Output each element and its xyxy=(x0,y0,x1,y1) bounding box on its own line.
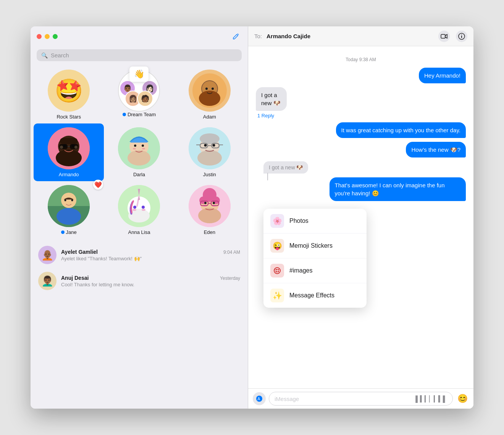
chat-header: To: Armando Cajide xyxy=(248,26,473,46)
contact-anna-lisa[interactable]: Anna Lisa xyxy=(104,181,174,239)
list-preview-ayelet: Ayelet liked "Thanks! Teamwork! 🙌" xyxy=(61,256,240,261)
contact-dream-team[interactable]: 👋 👨🏾 👩🏽 👩🏻 🧑🏾 Dream Team xyxy=(104,66,174,123)
avatar-anna-lisa xyxy=(118,185,160,227)
popover-item-images[interactable]: #images xyxy=(263,258,367,283)
svg-point-28 xyxy=(212,144,215,147)
images-icon xyxy=(270,264,284,278)
list-content-anuj: Anuj Desai Yesterday Cool! Thanks for le… xyxy=(61,275,240,287)
message-row-3: It was great catching up with you the ot… xyxy=(256,122,466,138)
photos-icon: 🌸 xyxy=(270,214,284,228)
timestamp: Today 9:38 AM xyxy=(256,57,466,62)
list-header-anuj: Anuj Desai Yesterday xyxy=(61,275,240,281)
contact-name-jane: Jane xyxy=(66,229,77,235)
dream-team-name-row: Dream Team xyxy=(123,112,156,117)
jane-name-row: Jane xyxy=(61,229,77,235)
contact-darla[interactable]: Darla xyxy=(104,123,174,181)
header-actions xyxy=(438,31,467,42)
svg-point-22 xyxy=(142,148,145,149)
svg-point-35 xyxy=(65,200,66,201)
unread-dot-jane xyxy=(61,230,65,234)
contact-name-eden: Eden xyxy=(204,229,215,235)
effects-icon: ✨ xyxy=(270,289,284,302)
message-row-2: I got a new 🐶 1 Reply xyxy=(256,87,466,118)
svg-point-3 xyxy=(199,91,220,106)
svg-point-5 xyxy=(212,88,214,90)
fullscreen-button[interactable] xyxy=(53,34,58,39)
popover-label-effects: Message Effects xyxy=(289,292,334,299)
contact-armando[interactable]: Armando xyxy=(34,123,104,181)
svg-point-34 xyxy=(57,208,81,225)
contact-name-armando: Armando xyxy=(59,172,79,177)
svg-point-26 xyxy=(200,133,220,144)
list-preview-anuj: Cool! Thanks for letting me know. xyxy=(61,282,240,287)
list-name-anuj: Anuj Desai xyxy=(61,275,89,281)
input-placeholder: iMessage xyxy=(275,396,299,402)
svg-point-43 xyxy=(142,209,145,211)
contact-adam[interactable]: Adam xyxy=(174,66,245,123)
popover-item-memoji[interactable]: 😜 Memoji Stickers xyxy=(263,234,367,258)
avatar-jane xyxy=(48,185,90,227)
svg-point-20 xyxy=(142,144,144,147)
svg-text:A: A xyxy=(258,397,260,401)
list-item-anuj[interactable]: 👨🏾‍🦱 Anuj Desai Yesterday Cool! Thanks f… xyxy=(34,268,245,294)
inline-reply-bubble: I got a new 🐶 xyxy=(263,161,308,174)
recipient-name: Armando Cajide xyxy=(267,33,310,39)
message-row-6: That's awesome! I can only imagine the f… xyxy=(256,177,466,201)
traffic-lights xyxy=(37,34,58,39)
svg-point-4 xyxy=(205,88,208,90)
avatar-justin xyxy=(189,127,231,169)
svg-point-51 xyxy=(213,202,215,204)
svg-point-59 xyxy=(461,34,462,35)
app-store-button[interactable]: A xyxy=(253,392,266,405)
sidebar: 🔍 Search 🤩 Rock Stars 👋 👨🏾 👩🏽 👩🏻 xyxy=(31,26,248,409)
contact-name-justin: Justin xyxy=(203,172,216,177)
svg-point-41 xyxy=(142,206,145,209)
reply-link[interactable]: 1 Reply xyxy=(257,113,274,118)
search-bar[interactable]: 🔍 Search xyxy=(37,49,242,61)
list-time-anuj: Yesterday xyxy=(220,276,240,281)
heart-badge-jane: ❤️ xyxy=(93,180,103,190)
avatar-anuj: 👨🏾‍🦱 xyxy=(38,272,57,290)
message-row-5: I got a new 🐶 xyxy=(256,161,466,174)
memoji-icon: 😜 xyxy=(270,239,284,253)
avatar-darla xyxy=(118,127,160,169)
svg-rect-56 xyxy=(441,34,445,38)
messages-area[interactable]: Today 9:38 AM Hey Armando! I got a new 🐶… xyxy=(248,46,473,388)
message-row-4: How's the new 🐶? xyxy=(256,142,466,157)
popover-label-memoji: Memoji Stickers xyxy=(289,242,333,249)
avatar-dream-team: 👋 👨🏾 👩🏽 👩🏻 🧑🏾 xyxy=(118,70,160,112)
minimize-button[interactable] xyxy=(45,34,50,39)
popover-item-photos[interactable]: 🌸 Photos xyxy=(263,209,367,234)
contact-jane[interactable]: ❤️ Jane xyxy=(34,181,104,239)
info-button[interactable] xyxy=(456,31,467,42)
bubble-1: Hey Armando! xyxy=(419,68,466,83)
search-input[interactable]: Search xyxy=(51,52,69,58)
close-button[interactable] xyxy=(37,34,42,39)
contacts-list: 🧑🏾‍🦲 Ayelet Gamliel 9:04 AM Ayelet liked… xyxy=(31,242,248,294)
svg-rect-15 xyxy=(70,144,78,149)
contact-name-anna-lisa: Anna Lisa xyxy=(128,229,150,235)
contact-name-darla: Darla xyxy=(133,172,145,177)
popover-label-images: #images xyxy=(289,267,312,274)
contact-justin[interactable]: Justin xyxy=(174,123,245,181)
dream-team-wave-icon: 👋 xyxy=(129,67,149,82)
list-item-ayelet[interactable]: 🧑🏾‍🦲 Ayelet Gamliel 9:04 AM Ayelet liked… xyxy=(34,242,245,268)
svg-point-25 xyxy=(197,150,222,166)
avatar-ayelet: 🧑🏾‍🦲 xyxy=(38,246,57,264)
message-row-1: Hey Armando! xyxy=(256,68,466,83)
svg-rect-14 xyxy=(59,144,68,149)
contact-name-rock-stars: Rock Stars xyxy=(57,114,81,120)
emoji-button[interactable]: 😊 xyxy=(456,392,469,405)
popover-item-effects[interactable]: ✨ Message Effects xyxy=(263,283,367,308)
video-call-button[interactable] xyxy=(438,31,450,42)
message-input[interactable]: iMessage ▌▍▎▏▎▍▌ xyxy=(269,392,453,406)
contact-eden[interactable]: Eden xyxy=(174,181,245,239)
contact-rock-stars[interactable]: 🤩 Rock Stars xyxy=(34,66,104,123)
svg-point-33 xyxy=(61,193,76,208)
contact-name-adam: Adam xyxy=(203,114,216,120)
titlebar xyxy=(31,26,248,46)
unread-dot-dream-team xyxy=(123,113,126,116)
compose-button[interactable] xyxy=(230,31,242,42)
search-icon: 🔍 xyxy=(41,52,48,58)
avatar-rock-stars: 🤩 xyxy=(48,70,90,112)
